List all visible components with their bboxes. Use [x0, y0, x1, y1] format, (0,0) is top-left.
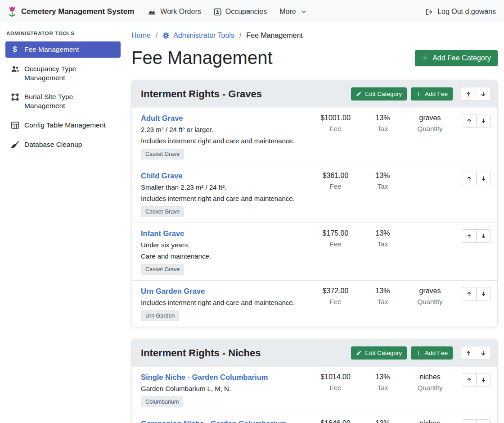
sidebar: Administrator Tools $ Fee Management Occ… [0, 23, 126, 423]
fee-amount: $1001.00 [310, 114, 361, 122]
fee-category-card: Interment Rights - Niches Edit Category … [131, 339, 498, 423]
fee-tag: Casket Grave [141, 206, 184, 217]
move-fee-down-button[interactable] [476, 287, 491, 300]
fee-description: Garden Columbarium L, M, N. [141, 385, 306, 392]
sidebar-item-database-cleanup[interactable]: Database Cleanup [5, 136, 121, 153]
nav-work-orders-label: Work Orders [160, 8, 201, 16]
logout-link[interactable]: Log Out d.gowans [424, 4, 497, 19]
move-fee-up-button[interactable] [462, 229, 477, 243]
sidebar-item-label: Config Table Management [24, 121, 106, 130]
fee-reorder-group [456, 287, 491, 300]
fee-tax-col: 13% Tax [361, 172, 404, 190]
gear-icon [162, 32, 170, 39]
fee-tax-caption: Tax [361, 182, 404, 190]
fee-row: Infant Grave Under six years.Care and ma… [132, 223, 497, 280]
edit-category-button[interactable]: Edit Category [351, 346, 407, 359]
arrow-down-icon [481, 233, 486, 239]
category-actions: Edit Category Add Fee [351, 346, 491, 360]
edit-category-label: Edit Category [365, 91, 402, 97]
sidebar-item-fee-management[interactable]: $ Fee Management [5, 41, 121, 58]
edit-category-button[interactable]: Edit Category [351, 87, 407, 100]
fee-name-link[interactable]: Urn Garden Grave [141, 287, 205, 296]
fee-description: Under six years. [141, 241, 306, 249]
arrow-down-icon [480, 350, 486, 356]
move-category-up-button[interactable] [461, 346, 476, 360]
fee-tax: 13% [361, 114, 404, 122]
top-navbar: Cemetery Management System Work Orders O… [0, 0, 504, 23]
arrow-up-icon [465, 350, 472, 356]
categories: Interment Rights - Graves Edit Category … [131, 80, 498, 423]
plus-icon [416, 350, 422, 356]
add-fee-category-button[interactable]: Add Fee Category [415, 50, 498, 66]
breadcrumb-home-link[interactable]: Home [131, 32, 151, 40]
fee-tax-col: 13% Tax [361, 229, 404, 248]
move-category-down-button[interactable] [476, 346, 491, 360]
arrow-up-icon [466, 233, 472, 239]
fee-name-link[interactable]: Companion Niche - Garden Columbarium [141, 419, 287, 423]
nav-more[interactable]: More [273, 4, 312, 19]
fee-amount: $175.00 [310, 229, 361, 237]
fee-tag: Casket Grave [141, 264, 184, 275]
fee-reorder-group [456, 373, 491, 387]
move-category-up-button[interactable] [461, 87, 476, 101]
move-fee-down-button[interactable] [476, 114, 491, 127]
broom-icon [10, 141, 19, 149]
fee-name-link[interactable]: Child Grave [141, 172, 183, 180]
sidebar-item-label: Occupancy Type Management [24, 64, 116, 82]
fee-tax-col: 13% Tax [361, 419, 404, 423]
fee-row: Single Niche - Garden Columbarium Garden… [132, 367, 497, 413]
sidebar-item-label: Fee Management [24, 45, 79, 54]
arrow-up-icon [466, 176, 472, 182]
fee-name-link[interactable]: Adult Grave [141, 114, 183, 123]
fee-name-link[interactable]: Single Niche - Garden Columbarium [141, 373, 268, 382]
breadcrumb-admin-tools-link[interactable]: Administrator Tools [162, 32, 234, 40]
sidebar-item-config-table-management[interactable]: Config Table Management [5, 117, 121, 133]
pencil-icon [356, 350, 362, 356]
arrow-up-icon [466, 291, 472, 297]
fee-amount-col: $1001.00 Fee [310, 114, 361, 132]
move-fee-up-button[interactable] [462, 419, 477, 423]
move-fee-up-button[interactable] [462, 172, 477, 185]
sidebar-item-occupancy-type-management[interactable]: Occupancy Type Management [5, 61, 121, 86]
move-fee-down-button[interactable] [476, 373, 491, 387]
fee-amount: $1646.00 [310, 419, 361, 423]
nav-work-orders[interactable]: Work Orders [141, 4, 207, 19]
sidebar-item-burial-site-type-management[interactable]: Burial Site Type Management [5, 89, 121, 114]
move-fee-down-button[interactable] [476, 419, 491, 423]
fee-tax: 13% [361, 229, 404, 237]
fee-list: Single Niche - Garden Columbarium Garden… [132, 367, 497, 423]
hard-hat-icon [148, 8, 156, 16]
fee-tax-col: 13% Tax [361, 114, 404, 132]
move-fee-up-button[interactable] [462, 114, 477, 127]
fee-list: Adult Grave 2.23 m² / 24 ft² or larger.I… [132, 108, 497, 327]
fee-tax-col: 13% Tax [361, 373, 404, 391]
move-fee-down-button[interactable] [476, 229, 491, 243]
fee-quantity-unit: graves [404, 114, 456, 122]
fee-name-link[interactable]: Infant Grave [141, 229, 184, 238]
breadcrumb-current: Fee Management [246, 32, 302, 40]
fee-descriptions: 2.23 m² / 24 ft² or larger.Includes inte… [141, 126, 306, 145]
fee-quantity-caption: Quantity [404, 298, 456, 305]
category-title: Interment Rights - Graves [141, 88, 351, 100]
nav-occupancies[interactable]: Occupancies [207, 4, 274, 19]
occupancies-icon [214, 8, 221, 16]
brand-link[interactable]: Cemetery Management System [7, 6, 134, 18]
fee-amount-caption: Fee [310, 125, 361, 132]
fee-row: Adult Grave 2.23 m² / 24 ft² or larger.I… [132, 108, 497, 165]
fee-description: Care and maintenance. [141, 252, 306, 260]
move-fee-down-button[interactable] [476, 172, 491, 185]
edit-category-label: Edit Category [365, 350, 402, 356]
add-fee-button[interactable]: Add Fee [411, 87, 453, 100]
move-category-down-button[interactable] [476, 87, 491, 101]
move-fee-up-button[interactable] [462, 287, 477, 300]
category-reorder-group [461, 87, 491, 101]
title-row: Fee Management Add Fee Category [131, 48, 498, 68]
fee-main: Child Grave Smaller than 2.23 m² / 24 ft… [141, 172, 310, 217]
add-fee-button[interactable]: Add Fee [411, 346, 453, 359]
fee-amount-col: $361.00 Fee [310, 172, 361, 190]
fee-tax-caption: Tax [361, 384, 404, 391]
arrow-up-icon [466, 118, 472, 124]
move-fee-up-button[interactable] [462, 373, 477, 387]
fee-descriptions: Garden Columbarium L, M, N. [141, 385, 306, 392]
arrow-down-icon [481, 176, 486, 182]
